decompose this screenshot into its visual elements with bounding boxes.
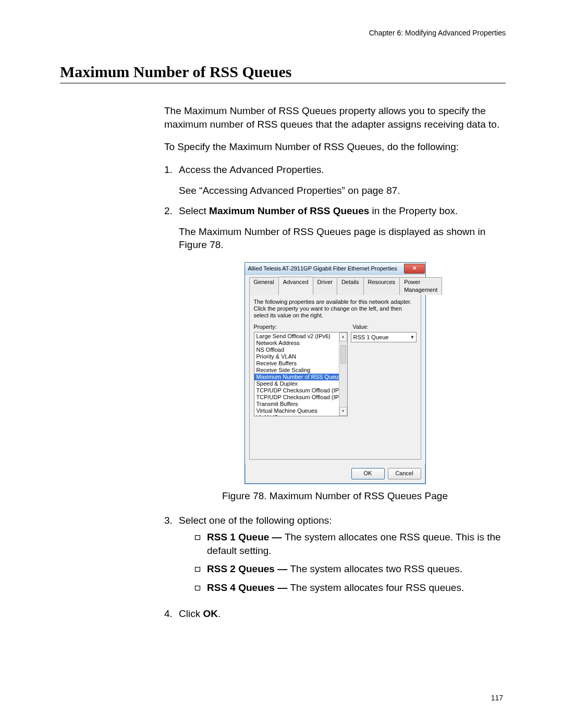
list-item[interactable]: Speed & Duplex: [254, 380, 347, 387]
step-4-post: .: [218, 608, 221, 619]
list-item[interactable]: TCP/UDP Checksum Offload (IPv4: [254, 387, 347, 394]
property-listbox[interactable]: Large Send Offload v2 (IPv6) Network Add…: [254, 332, 348, 416]
step-number: 2.: [164, 204, 179, 252]
step-1-see: See “Accessing Advanced Properties” on p…: [179, 184, 506, 198]
properties-dialog: Allied Telesis AT-2911GP Gigabit Fiber E…: [244, 262, 426, 484]
step-2: 2. Select Maximum Number of RSS Queues i…: [164, 204, 506, 252]
intro-para-1: The Maximum Number of RSS Queues propert…: [164, 104, 506, 131]
bullet-icon: [194, 581, 207, 595]
page-number: 117: [491, 694, 503, 702]
option-rest: The system allocates four RSS queues.: [290, 582, 464, 593]
option-rest: The system allocates two RSS queues.: [290, 563, 462, 574]
dialog-titlebar[interactable]: Allied Telesis AT-2911GP Gigabit Fiber E…: [245, 263, 425, 275]
step-1-text: Access the Advanced Properties.: [179, 164, 324, 175]
list-item[interactable]: Receive Buffers: [254, 360, 347, 367]
list-item[interactable]: Receive Side Scaling: [254, 367, 347, 374]
section-title: Maximum Number of RSS Queues: [60, 63, 506, 83]
option-rss-2: RSS 2 Queues — The system allocates two …: [194, 562, 506, 576]
scroll-down-button[interactable]: ▾: [339, 407, 347, 416]
option-bold: RSS 4 Queues —: [207, 582, 290, 593]
chapter-header: Chapter 6: Modifying Advanced Properties: [60, 29, 506, 37]
property-label: Property:: [254, 323, 353, 331]
scrollbar[interactable]: ▴ ▾: [339, 332, 347, 416]
step-4-pre: Click: [179, 608, 203, 619]
step-2-post: in the Property box.: [369, 205, 458, 216]
value-label: Value:: [353, 323, 369, 331]
step-4-bold: OK: [203, 608, 218, 619]
list-item[interactable]: Virtual Machine Queues: [254, 408, 347, 414]
step-1: 1. Access the Advanced Properties. See “…: [164, 163, 506, 197]
tab-advanced[interactable]: Advanced: [278, 277, 313, 294]
step-3-text: Select one of the following options:: [179, 515, 332, 526]
list-item[interactable]: NS Offload: [254, 347, 347, 353]
svg-rect-1: [195, 567, 200, 572]
scrollbar-thumb[interactable]: [340, 345, 346, 364]
figure-caption: Figure 78. Maximum Number of RSS Queues …: [164, 489, 506, 503]
svg-rect-0: [195, 536, 200, 540]
option-rss-4: RSS 4 Queues — The system allocates four…: [194, 581, 506, 595]
scroll-up-button[interactable]: ▴: [339, 332, 347, 341]
svg-rect-2: [195, 586, 200, 590]
list-item-selected[interactable]: Maximum Number of RSS Queues: [254, 374, 347, 380]
step-2-bold: Maximum Number of RSS Queues: [209, 205, 369, 216]
step-number: 4.: [164, 607, 179, 621]
tab-details[interactable]: Details: [337, 277, 364, 295]
dialog-title: Allied Telesis AT-2911GP Gigabit Fiber E…: [248, 265, 397, 273]
step-4: 4. Click OK.: [164, 607, 506, 621]
chevron-down-icon: ▾: [342, 409, 344, 414]
chevron-up-icon: ▴: [342, 334, 344, 340]
value-select-text: RSS 1 Queue: [353, 334, 389, 341]
step-number: 1.: [164, 163, 179, 197]
close-icon: ✕: [412, 265, 417, 272]
tab-driver[interactable]: Driver: [313, 277, 337, 295]
cancel-button[interactable]: Cancel: [388, 468, 421, 479]
ok-button[interactable]: OK: [351, 468, 385, 479]
bullet-icon: [194, 530, 207, 557]
list-item[interactable]: Priority & VLAN: [254, 353, 347, 360]
list-item[interactable]: Transmit Buffers: [254, 401, 347, 408]
option-bold: RSS 2 Queues —: [207, 563, 290, 574]
intro-para-2: To Specify the Maximum Number of RSS Que…: [164, 140, 506, 154]
step-3: 3. Select one of the following options: …: [164, 514, 506, 599]
list-item[interactable]: Large Send Offload v2 (IPv6): [254, 333, 347, 340]
list-item[interactable]: Network Address: [254, 340, 347, 347]
step-2-pre: Select: [179, 205, 209, 216]
step-2-after: The Maximum Number of RSS Queues page is…: [179, 225, 506, 252]
list-item[interactable]: TCP/UDP Checksum Offload (IPv6: [254, 394, 347, 401]
option-bold: RSS 1 Queue —: [207, 532, 285, 542]
tab-general[interactable]: General: [249, 277, 279, 295]
dialog-instructions: The following properties are available f…: [254, 299, 417, 319]
list-item[interactable]: VLAN ID: [254, 414, 347, 416]
tab-advanced-pane: The following properties are available f…: [249, 294, 421, 460]
option-rss-1: RSS 1 Queue — The system allocates one R…: [194, 530, 506, 557]
value-select[interactable]: RSS 1 Queue ▼: [351, 332, 417, 342]
bullet-icon: [194, 562, 207, 576]
tab-resources[interactable]: Resources: [363, 277, 400, 295]
tab-power-management[interactable]: Power Management: [399, 277, 442, 295]
step-number: 3.: [164, 514, 179, 599]
dialog-tabs: General Advanced Driver Details Resource…: [249, 277, 421, 294]
chevron-down-icon: ▼: [410, 334, 415, 340]
close-button[interactable]: ✕: [404, 264, 425, 274]
